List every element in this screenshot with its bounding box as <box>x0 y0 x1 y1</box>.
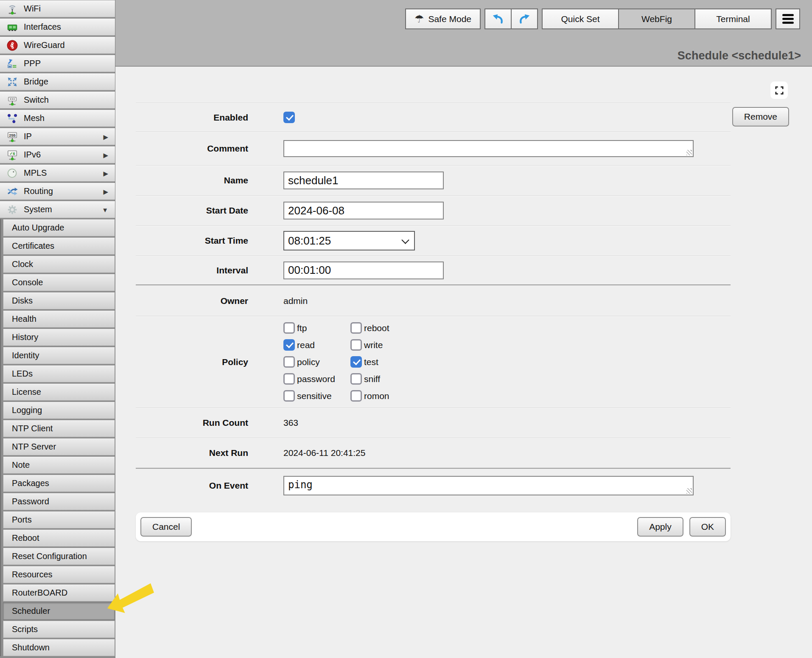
sidebar-subitem[interactable]: Disks <box>3 292 115 309</box>
policy-checkbox <box>350 373 362 385</box>
sidebar-subitem-label: Auto Upgrade <box>12 223 64 233</box>
interval-input[interactable] <box>283 262 444 279</box>
next-run-value: 2024-06-11 20:41:25 <box>283 448 365 458</box>
sidebar-subitem[interactable]: Scheduler <box>3 602 115 620</box>
submenu-arrow-icon <box>102 205 108 214</box>
comment-input[interactable] <box>283 140 694 157</box>
sidebar-subitem[interactable]: Scripts <box>3 621 115 638</box>
sidebar-item-label: WireGuard <box>24 40 65 50</box>
sidebar-subitem[interactable]: Health <box>3 310 115 328</box>
safe-mode-button[interactable]: ☂ Safe Mode <box>405 8 481 29</box>
interval-label: Interval <box>136 265 248 276</box>
enabled-checkbox[interactable] <box>283 112 295 123</box>
sidebar-subitem-label: Packages <box>12 478 49 488</box>
policy-checkbox-item[interactable]: password <box>283 373 350 385</box>
sidebar-item[interactable]: Switch <box>0 91 115 109</box>
fullscreen-button[interactable] <box>770 82 788 99</box>
sidebar-subitem[interactable]: License <box>3 383 115 401</box>
menu-icon <box>6 76 19 88</box>
sidebar-subitem[interactable]: NTP Client <box>3 420 115 437</box>
tab-terminal[interactable]: Terminal <box>694 8 772 29</box>
policy-checkbox-label: password <box>297 374 335 384</box>
menu-icon <box>782 14 794 24</box>
sidebar-item[interactable]: MPLS <box>0 164 115 182</box>
apply-button[interactable]: Apply <box>637 517 683 537</box>
policy-checkbox-item[interactable]: reboot <box>350 322 389 334</box>
form-row-run-count: Run Count 363 <box>136 408 731 438</box>
enabled-label: Enabled <box>136 112 248 123</box>
cancel-button[interactable]: Cancel <box>140 517 192 537</box>
sidebar-subitem-label: Logging <box>12 405 42 415</box>
menu-icon <box>6 112 19 125</box>
sidebar-item[interactable]: IP <box>0 128 115 145</box>
sidebar-item[interactable]: PPP <box>0 55 115 72</box>
sidebar-subitem[interactable]: Certificates <box>3 237 115 255</box>
start-time-select[interactable]: 08:01:25 <box>283 231 415 250</box>
sidebar-item[interactable]: WiFi <box>0 0 115 17</box>
sidebar-subitem[interactable]: RouterBOARD <box>3 584 115 602</box>
form-row-comment: Comment <box>136 132 731 165</box>
name-label: Name <box>136 175 248 186</box>
sidebar-item[interactable]: System <box>0 201 115 218</box>
policy-checkbox-item[interactable]: write <box>350 339 389 351</box>
policy-checkbox-item[interactable]: ftp <box>283 322 350 334</box>
sidebar-item-label: IP <box>24 132 32 141</box>
sidebar-subitem-label: History <box>12 332 38 342</box>
toolbar: ☂ Safe Mode <box>115 8 800 29</box>
policy-checkbox-item[interactable]: sniff <box>350 373 389 385</box>
menu-button[interactable] <box>776 8 800 29</box>
policy-checkbox-item[interactable]: policy <box>283 356 350 368</box>
sidebar-subitem[interactable]: Identity <box>3 347 115 364</box>
start-date-label: Start Date <box>136 205 248 216</box>
start-date-input[interactable] <box>283 202 444 219</box>
sidebar-subitem[interactable]: Clock <box>3 256 115 273</box>
policy-checkbox-label: policy <box>297 357 320 367</box>
sidebar-subitem[interactable]: Password <box>3 493 115 510</box>
run-count-value: 363 <box>283 418 298 428</box>
form-row-owner: Owner admin <box>136 286 731 316</box>
sidebar-subitem[interactable]: LEDs <box>3 365 115 382</box>
sidebar-subitem[interactable]: Resources <box>3 566 115 583</box>
policy-checkbox-item[interactable]: romon <box>350 390 389 402</box>
sidebar-subitem[interactable]: Packages <box>3 475 115 492</box>
sidebar-item[interactable]: Routing <box>0 183 115 200</box>
sidebar-subitem[interactable]: Ports <box>3 511 115 529</box>
tab-webfig[interactable]: WebFig <box>618 8 695 29</box>
start-time-label: Start Time <box>136 236 248 246</box>
sidebar-item[interactable]: Interfaces <box>0 18 115 36</box>
remove-button[interactable]: Remove <box>732 107 789 127</box>
policy-checkbox <box>350 390 362 402</box>
policy-checkbox <box>350 356 362 368</box>
sidebar-subitem[interactable]: Console <box>3 274 115 291</box>
sidebar-subitem[interactable]: Auto Upgrade <box>3 219 115 236</box>
on-event-input[interactable]: ping <box>283 476 694 495</box>
sidebar-item[interactable]: Mesh <box>0 110 115 127</box>
sidebar-subitem[interactable]: Shutdown <box>3 639 115 656</box>
sidebar-item[interactable]: Bridge <box>0 73 115 90</box>
comment-label: Comment <box>136 143 248 154</box>
policy-checkbox-item[interactable]: test <box>350 356 389 368</box>
sidebar-item[interactable]: WireGuard <box>0 37 115 54</box>
policy-label: Policy <box>136 357 248 367</box>
sidebar-subitem-label: Scheduler <box>12 606 50 616</box>
ok-button[interactable]: OK <box>689 517 726 537</box>
sidebar-subitem[interactable]: NTP Server <box>3 438 115 456</box>
sidebar-subitem[interactable]: Note <box>3 456 115 474</box>
sidebar-subitem[interactable]: History <box>3 329 115 346</box>
form-row-name: Name <box>136 165 731 195</box>
sidebar-subitem-label: Disks <box>12 296 33 306</box>
undo-button[interactable] <box>484 8 512 29</box>
form-row-interval: Interval <box>136 256 731 284</box>
undo-redo-group <box>484 8 538 29</box>
sidebar-item[interactable]: IPv6 <box>0 146 115 163</box>
name-input[interactable] <box>283 172 444 189</box>
tab-quick-set[interactable]: Quick Set <box>542 8 619 29</box>
sidebar-subitem[interactable]: Logging <box>3 402 115 419</box>
sidebar-subitem[interactable]: Reset Configuration <box>3 548 115 565</box>
policy-checkbox-item[interactable]: read <box>283 339 350 351</box>
policy-checkbox-item[interactable]: sensitive <box>283 390 350 402</box>
sidebar-item-label: WiFi <box>24 4 41 14</box>
redo-button[interactable] <box>511 8 538 29</box>
form-row-enabled: Enabled <box>136 103 731 132</box>
sidebar-subitem[interactable]: Reboot <box>3 529 115 547</box>
